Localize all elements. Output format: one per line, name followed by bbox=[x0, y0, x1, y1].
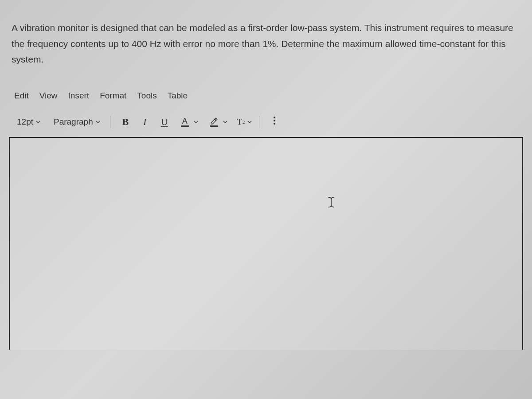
superscript-icon: T2 bbox=[237, 117, 245, 127]
rich-text-editor[interactable] bbox=[9, 137, 523, 350]
text-cursor-icon bbox=[326, 196, 336, 208]
chevron-down-icon bbox=[96, 120, 100, 124]
editor-toolbar: 12pt Paragraph B I U A bbox=[9, 112, 523, 135]
highlighter-icon bbox=[208, 117, 220, 127]
vertical-dots-icon bbox=[274, 116, 275, 128]
font-size-label: 12pt bbox=[17, 117, 33, 127]
chevron-down-icon bbox=[223, 120, 227, 124]
more-options-button[interactable] bbox=[266, 115, 282, 129]
toolbar-divider bbox=[110, 116, 110, 128]
chevron-down-icon bbox=[247, 120, 252, 124]
menu-view[interactable]: View bbox=[39, 91, 58, 101]
question-prompt: A vibration monitor is designed that can… bbox=[9, 9, 523, 67]
menu-insert[interactable]: Insert bbox=[68, 91, 90, 101]
underline-button[interactable]: U bbox=[156, 115, 172, 129]
highlight-color-bar bbox=[210, 125, 218, 127]
italic-button[interactable]: I bbox=[137, 115, 153, 129]
text-color-letter: A bbox=[182, 117, 188, 125]
menu-tools[interactable]: Tools bbox=[137, 91, 156, 101]
menu-edit[interactable]: Edit bbox=[14, 91, 29, 101]
highlight-color-dropdown[interactable] bbox=[208, 117, 227, 127]
text-color-dropdown[interactable]: A bbox=[179, 117, 198, 127]
block-format-label: Paragraph bbox=[54, 117, 93, 127]
bold-button[interactable]: B bbox=[117, 115, 133, 129]
toolbar-divider bbox=[259, 116, 259, 128]
superscript-dropdown[interactable]: T2 bbox=[237, 117, 252, 127]
superscript-base: T bbox=[237, 117, 242, 127]
font-size-dropdown[interactable]: 12pt bbox=[14, 116, 43, 128]
block-format-dropdown[interactable]: Paragraph bbox=[51, 116, 103, 128]
svg-point-1 bbox=[274, 120, 275, 121]
superscript-sup: 2 bbox=[243, 119, 245, 125]
editor-menubar: Edit View Insert Format Tools Table bbox=[9, 87, 523, 104]
menu-format[interactable]: Format bbox=[100, 91, 126, 101]
text-color-bar bbox=[181, 125, 189, 127]
chevron-down-icon bbox=[194, 120, 198, 124]
svg-point-0 bbox=[274, 117, 275, 118]
svg-point-2 bbox=[274, 123, 275, 125]
chevron-down-icon bbox=[36, 120, 40, 124]
menu-table[interactable]: Table bbox=[168, 91, 188, 101]
text-color-icon: A bbox=[179, 117, 191, 127]
